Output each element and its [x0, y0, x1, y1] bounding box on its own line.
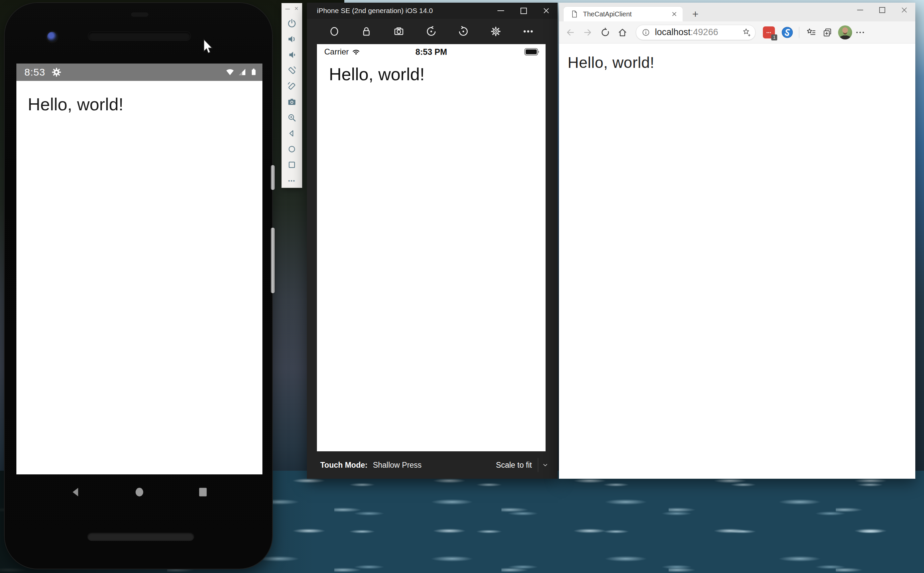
android-status-time: 8:53	[24, 67, 45, 78]
browser-page-content[interactable]: Hello, world!	[559, 44, 915, 479]
refresh-button[interactable]	[596, 24, 614, 41]
close-icon	[901, 7, 907, 13]
forward-button[interactable]	[579, 24, 596, 41]
ios-greeting-text: Hello, world!	[329, 64, 546, 84]
wifi-icon	[225, 67, 235, 78]
browser-tab[interactable]: TheCatApiClient	[564, 7, 683, 21]
bottom-speaker	[87, 532, 194, 541]
toolbar-separator	[799, 27, 799, 38]
scale-to-fit-dropdown[interactable]: Scale to fit	[496, 458, 548, 472]
emulator-screenshot-button[interactable]	[285, 95, 299, 109]
android-greeting-text: Hello, world!	[28, 94, 263, 114]
android-navigation-bar	[16, 478, 263, 508]
extension-badge: 1	[771, 34, 777, 41]
ios-status-time: 8:53 PM	[317, 47, 546, 57]
nav-home-button[interactable]	[133, 486, 145, 499]
url-port: :49266	[691, 27, 718, 37]
ios-bottom-bar: Touch Mode: Shallow Press Scale to fit	[307, 451, 558, 479]
new-tab-button[interactable]: +	[689, 7, 702, 21]
emulator-rotate-left-button[interactable]	[285, 64, 299, 77]
battery-icon	[249, 67, 258, 78]
home-icon	[618, 27, 627, 38]
maximize-icon	[521, 8, 527, 14]
browser-menu-button[interactable]	[852, 24, 868, 41]
ios-settings-button[interactable]	[486, 19, 506, 44]
cellular-signal-icon	[237, 67, 247, 78]
home-button[interactable]	[614, 24, 631, 41]
site-info-icon[interactable]	[641, 28, 650, 37]
url-text[interactable]: localhost:49266	[655, 27, 742, 38]
emulator-volume-down-button[interactable]	[285, 48, 299, 61]
ios-lock-button[interactable]	[356, 19, 377, 44]
tab-close-button[interactable]	[669, 8, 680, 20]
more-dots-icon: •••	[288, 178, 295, 183]
url-host: localhost	[655, 27, 691, 37]
emulator-more-button[interactable]: •••	[285, 174, 299, 187]
emulator-rotate-right-button[interactable]	[285, 80, 299, 93]
android-emulator-device: 8:53	[5, 3, 272, 569]
back-button[interactable]	[561, 24, 579, 41]
refresh-icon	[600, 27, 610, 38]
arrow-right-icon	[583, 27, 593, 38]
emulator-toolbar: – ×	[281, 3, 302, 188]
touch-mode-value: Shallow Press	[373, 461, 422, 470]
extension-dots: •••	[766, 30, 772, 34]
browser-toolbar: localhost:49266 ••• 1	[559, 21, 915, 44]
arrow-left-icon	[565, 27, 575, 38]
ios-rotate-right-button[interactable]	[453, 19, 474, 44]
collections-icon	[822, 27, 832, 38]
top-frame-detail	[131, 13, 149, 17]
minimize-icon	[497, 10, 504, 11]
ios-screen[interactable]: 8:53 PM Carrier Hello, world!	[317, 44, 546, 451]
window-close-button[interactable]	[893, 3, 915, 17]
favorites-star-list-icon	[806, 27, 816, 38]
favorites-button[interactable]	[803, 24, 819, 41]
emulator-zoom-button[interactable]	[285, 111, 299, 124]
ios-simulator-toolbar	[307, 19, 558, 44]
emulator-back-button[interactable]	[285, 127, 299, 140]
collections-button[interactable]	[819, 24, 835, 41]
star-add-icon	[742, 28, 751, 37]
emulator-minimize-button[interactable]: –	[285, 5, 289, 12]
settings-gear-icon	[51, 67, 62, 78]
ios-status-bar: 8:53 PM Carrier	[317, 44, 546, 59]
emulator-volume-up-button[interactable]	[285, 33, 299, 46]
ios-minimize-button[interactable]	[489, 3, 512, 19]
emulator-overview-button[interactable]	[285, 158, 299, 172]
android-app-content: Hello, world!	[16, 81, 263, 114]
window-maximize-button[interactable]	[871, 3, 893, 17]
nav-overview-button[interactable]	[197, 486, 209, 499]
ios-more-button[interactable]	[518, 19, 538, 44]
add-favorite-button[interactable]	[742, 28, 751, 37]
more-dots-icon	[522, 25, 534, 38]
power-side-button[interactable]	[271, 165, 275, 190]
ios-rotate-left-button[interactable]	[421, 19, 441, 44]
emulator-power-button[interactable]	[285, 17, 299, 30]
nav-back-button[interactable]	[70, 486, 82, 499]
earpiece-speaker	[88, 32, 191, 41]
ios-simulator-window: iPhone SE (2nd generation) iOS 14.0	[307, 3, 558, 479]
address-bar[interactable]: localhost:49266	[636, 25, 755, 40]
maximize-icon	[879, 7, 885, 13]
emulator-close-button[interactable]: ×	[294, 5, 299, 12]
ios-maximize-button[interactable]	[512, 3, 535, 19]
touch-mode-label: Touch Mode:	[320, 461, 367, 470]
tab-strip: TheCatApiClient +	[559, 3, 915, 21]
volume-side-button[interactable]	[271, 228, 275, 293]
android-screen[interactable]: 8:53	[16, 64, 263, 474]
emulator-home-button[interactable]	[285, 142, 299, 156]
window-minimize-button[interactable]	[849, 3, 871, 17]
minimize-icon	[857, 10, 863, 10]
tab-title: TheCatApiClient	[583, 10, 669, 18]
ios-close-button[interactable]	[535, 3, 558, 19]
ios-window-title: iPhone SE (2nd generation) iOS 14.0	[317, 7, 433, 15]
close-icon	[543, 7, 550, 14]
ios-screenshot-button[interactable]	[389, 19, 409, 44]
extension-blue-icon[interactable]	[781, 26, 794, 39]
ios-home-button[interactable]	[324, 19, 344, 44]
ios-titlebar: iPhone SE (2nd generation) iOS 14.0	[307, 3, 558, 19]
profile-avatar[interactable]	[838, 25, 852, 39]
edge-browser-window: TheCatApiClient +	[559, 3, 915, 479]
separator	[538, 458, 538, 472]
extension-red-icon[interactable]: ••• 1	[763, 27, 775, 38]
